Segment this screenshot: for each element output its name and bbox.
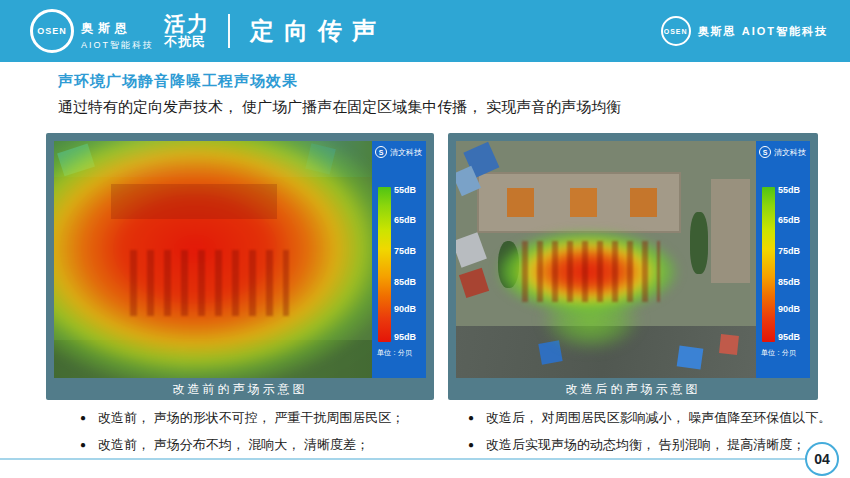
figure-caption-after: 改造后的声场示意图	[448, 378, 818, 400]
scale-panel-after: S 清文科技 55dB 65dB 75dB 85dB 90dB 95dB 单位：…	[756, 141, 810, 378]
bullet-icon: ●	[468, 436, 474, 453]
scale-label: 90dB	[778, 304, 800, 314]
list-item: ● 改造后实现声场的动态均衡， 告别混响， 提高清晰度；	[468, 436, 843, 453]
slogan-line2: 不扰民	[164, 35, 210, 49]
scale-panel-before: S 清文科技 55dB 65dB 75dB 85dB 90dB 95dB 单位：…	[372, 141, 426, 378]
qingwen-logo-icon: S	[375, 146, 387, 158]
brand-subtitle: AIOT智能科技	[81, 39, 154, 52]
list-item: ● 改造前， 声场的形状不可控， 严重干扰周围居民区；	[80, 409, 438, 426]
header-bar: OSEN 奥斯恩 AIOT智能科技 活力 不扰民 定向传声 OSEN 奥斯恩 A…	[0, 0, 850, 62]
scale-label: 95dB	[394, 332, 416, 342]
section-heading: 声环境广场静音降噪工程声场效果	[58, 72, 298, 91]
figure-after-body: S 清文科技 55dB 65dB 75dB 85dB 90dB 95dB 单位：…	[456, 141, 810, 378]
color-scale-bar	[762, 187, 775, 342]
osen-logo-right: OSEN 奥斯恩 AIOT智能科技	[661, 16, 828, 46]
slogan-line1: 活力	[164, 13, 210, 35]
watermark-text: 清文科技	[390, 147, 422, 158]
bullet-list-before: ● 改造前， 声场的形状不可控， 严重干扰周围居民区； ● 改造前， 声场分布不…	[80, 409, 438, 463]
bullet-icon: ●	[80, 436, 86, 453]
scale-unit: 单位：分贝	[377, 348, 412, 358]
qingwen-logo-icon: S	[759, 146, 771, 158]
osen-logo-icon-small: OSEN	[661, 16, 691, 46]
db-color-scale: 55dB 65dB 75dB 85dB 90dB 95dB	[378, 187, 425, 342]
scale-label: 55dB	[394, 185, 416, 195]
bullet-icon: ●	[80, 409, 86, 426]
osen-logo-text: OSEN	[37, 26, 67, 36]
scale-unit: 单位：分贝	[761, 348, 796, 358]
scale-label: 85dB	[394, 277, 416, 287]
db-color-scale: 55dB 65dB 75dB 85dB 90dB 95dB	[762, 187, 809, 342]
slide: OSEN 奥斯恩 AIOT智能科技 活力 不扰民 定向传声 OSEN 奥斯恩 A…	[0, 0, 850, 478]
osen-logo-icon: OSEN	[30, 9, 74, 53]
scale-label: 65dB	[394, 215, 416, 225]
bullet-text: 改造前， 声场的形状不可控， 严重干扰周围居民区；	[98, 409, 404, 426]
brand-name-right: 奥斯恩 AIOT智能科技	[698, 24, 828, 39]
scale-label: 95dB	[778, 332, 800, 342]
page-title: 定向传声	[250, 15, 386, 47]
scale-label: 55dB	[778, 185, 800, 195]
watermark: S 清文科技	[759, 146, 809, 158]
scale-label: 75dB	[394, 246, 416, 256]
figure-before: S 清文科技 55dB 65dB 75dB 85dB 90dB 95dB 单位：…	[46, 133, 434, 400]
header-divider	[228, 14, 230, 48]
bullet-text: 改造后， 对周围居民区影响减小， 噪声值降至环保值以下。	[486, 409, 831, 426]
brand-name: 奥斯恩	[81, 20, 154, 37]
bullet-text: 改造前， 声场分布不均， 混响大， 清晰度差；	[98, 436, 369, 453]
scale-label: 90dB	[394, 304, 416, 314]
logo-left-text-block: 奥斯恩 AIOT智能科技	[81, 20, 154, 53]
watermark: S 清文科技	[375, 146, 425, 158]
figure-before-body: S 清文科技 55dB 65dB 75dB 85dB 90dB 95dB 单位：…	[54, 141, 426, 378]
list-item: ● 改造前， 声场分布不均， 混响大， 清晰度差；	[80, 436, 438, 453]
aerial-photo-after	[456, 141, 756, 378]
scale-label: 75dB	[778, 246, 800, 256]
scale-label: 65dB	[778, 215, 800, 225]
osen-logo-text-small: OSEN	[664, 28, 688, 35]
figure-after: S 清文科技 55dB 65dB 75dB 85dB 90dB 95dB 单位：…	[448, 133, 818, 400]
list-item: ● 改造后， 对周围居民区影响减小， 噪声值降至环保值以下。	[468, 409, 843, 426]
color-scale-bar	[378, 187, 391, 342]
page-number-badge: 04	[805, 442, 839, 476]
watermark-text: 清文科技	[774, 147, 806, 158]
aerial-photo-before	[54, 141, 372, 378]
bullet-list-after: ● 改造后， 对周围居民区影响减小， 噪声值降至环保值以下。 ● 改造后实现声场…	[468, 409, 843, 463]
osen-logo-left: OSEN 奥斯恩 AIOT智能科技	[30, 9, 154, 53]
bullet-text: 改造后实现声场的动态均衡， 告别混响， 提高清晰度；	[486, 436, 805, 453]
footer-rule	[0, 458, 806, 460]
slogan: 活力 不扰民	[164, 13, 210, 49]
figure-caption-before: 改造前的声场示意图	[46, 378, 434, 400]
section-description: 通过特有的定向发声技术， 使广场广播声在固定区域集中传播， 实现声音的声场均衡	[58, 98, 621, 117]
bullet-icon: ●	[468, 409, 474, 426]
scale-label: 85dB	[778, 277, 800, 287]
